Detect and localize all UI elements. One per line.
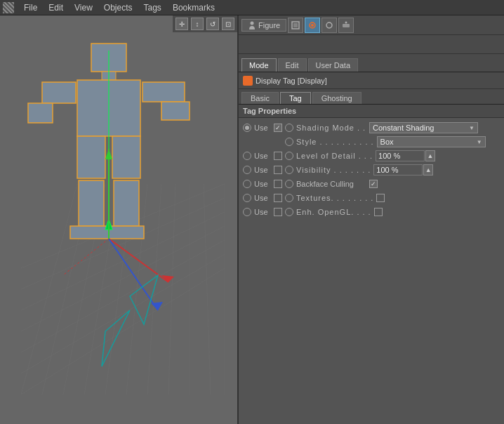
tab-edit[interactable]: Edit	[278, 58, 307, 72]
svg-rect-44	[293, 23, 298, 27]
dropdown-shading-mode[interactable]: Constant Shading ▼	[369, 122, 478, 133]
menu-edit[interactable]: Edit	[43, 1, 69, 14]
radio-backface[interactable]	[243, 180, 251, 188]
svg-point-42	[251, 21, 254, 25]
radio-textures-2[interactable]	[285, 194, 293, 202]
tab-mode[interactable]: Mode	[241, 58, 277, 72]
move-tool-btn[interactable]: ✛	[175, 18, 188, 30]
prop-row-opengl: Use Enh. OpenGL. . . .	[239, 205, 504, 219]
properties-area: Use Shading Mode . . Constant Shading ▼ …	[239, 118, 504, 424]
tag-header-label: Display Tag [Display]	[256, 77, 327, 85]
svg-rect-29	[70, 226, 109, 239]
viewport-3d: ✛ ↕ ↺ ⊡	[0, 15, 239, 424]
svg-point-50	[244, 77, 251, 84]
use-label-lod: Use	[254, 152, 271, 160]
radio-opengl-2[interactable]	[285, 208, 293, 216]
mode-tabs-area: Mode Edit User Data	[239, 54, 504, 72]
svg-marker-41	[102, 310, 130, 366]
prop-row-lod: Use Level of Detail . . . ▲	[239, 149, 504, 163]
radio-lod-2[interactable]	[285, 152, 293, 160]
panel-top-area: Figure	[239, 15, 504, 54]
stepper-visibility: ▲	[373, 164, 433, 175]
menu-file[interactable]: File	[18, 1, 43, 14]
panel-icon-1[interactable]	[288, 18, 303, 33]
checkbox-backface[interactable]	[274, 180, 282, 188]
right-panel: Figure Mode Edit User Dat	[239, 15, 504, 424]
checkbox-backface-val[interactable]	[369, 180, 378, 188]
panel-icon-4[interactable]	[338, 18, 354, 33]
svg-line-3	[21, 226, 225, 331]
stepper-lod-up[interactable]: ▲	[425, 150, 435, 161]
display-tool-btn[interactable]: ⊡	[222, 18, 234, 30]
menu-bookmarks[interactable]: Bookmarks	[167, 1, 220, 14]
use-label-textures: Use	[254, 194, 271, 202]
figure-tab[interactable]: Figure	[241, 19, 286, 32]
svg-line-0	[21, 268, 225, 395]
svg-line-1	[21, 254, 225, 373]
svg-point-49	[345, 21, 347, 23]
prop-label-opengl: Enh. OpenGL. . . .	[296, 208, 371, 216]
prop-label-shading-mode: Shading Mode . .	[296, 124, 366, 132]
radio-shading-mode[interactable]	[243, 124, 251, 132]
checkbox-opengl[interactable]	[274, 208, 282, 216]
svg-rect-26	[112, 136, 140, 178]
checkbox-textures[interactable]	[274, 194, 282, 202]
tab-user-data[interactable]: User Data	[308, 58, 359, 72]
svg-rect-28	[114, 180, 139, 226]
prop-label-backface: Backface Culling	[296, 180, 366, 188]
prop-row-textures: Use Textures. . . . . . . .	[239, 191, 504, 205]
svg-rect-48	[343, 24, 350, 27]
use-label-shading: Use	[254, 124, 271, 132]
svg-line-7	[21, 184, 77, 395]
checkbox-visibility[interactable]	[274, 166, 282, 174]
checkbox-textures-val[interactable]	[376, 194, 385, 202]
panel-icon-2[interactable]	[305, 18, 320, 33]
tag-properties-header: Tag Properties	[239, 105, 504, 118]
radio-visibility-2[interactable]	[285, 166, 293, 174]
svg-rect-24	[161, 102, 190, 120]
dropdown-style[interactable]: Box ▼	[377, 136, 486, 147]
checkbox-shading-mode[interactable]	[274, 124, 282, 132]
svg-marker-39	[151, 302, 163, 310]
prop-label-lod: Level of Detail . . .	[296, 152, 373, 160]
use-label-backface: Use	[254, 180, 271, 188]
svg-rect-22	[28, 103, 53, 123]
character-scene	[21, 29, 225, 395]
rotate-tool-btn[interactable]: ↺	[206, 18, 219, 30]
radio-lod[interactable]	[243, 152, 251, 160]
tag-header: Display Tag [Display]	[239, 72, 504, 89]
input-lod[interactable]	[376, 150, 425, 161]
radio-textures[interactable]	[243, 194, 251, 202]
dropdown-arrow-style: ▼	[477, 139, 482, 145]
prop-row-shading-mode: Use Shading Mode . . Constant Shading ▼	[239, 121, 504, 135]
checkbox-opengl-val[interactable]	[374, 208, 383, 216]
svg-line-16	[204, 184, 211, 395]
subtab-basic[interactable]: Basic	[241, 92, 279, 104]
svg-line-33	[109, 239, 168, 282]
panel-icons-row: Figure	[239, 15, 504, 35]
input-visibility[interactable]	[373, 164, 423, 175]
scale-tool-btn[interactable]: ↕	[191, 18, 204, 30]
prop-label-visibility: Visibility . . . . . . .	[296, 166, 371, 174]
prop-label-textures: Textures. . . . . . . .	[296, 194, 373, 202]
stepper-visibility-up[interactable]: ▲	[423, 164, 433, 175]
person-icon	[248, 21, 256, 29]
radio-backface-2[interactable]	[285, 180, 293, 188]
radio-style[interactable]	[285, 138, 293, 146]
panel-icon-3[interactable]	[321, 18, 337, 33]
menu-view[interactable]: View	[69, 1, 98, 14]
radio-opengl[interactable]	[243, 208, 251, 216]
subtab-tag[interactable]: Tag	[280, 92, 311, 104]
menu-tags[interactable]: Tags	[138, 1, 167, 14]
prop-row-backface: Use Backface Culling	[239, 177, 504, 191]
radio-shading-mode-2[interactable]	[285, 124, 293, 132]
prop-label-style: Style . . . . . . . . . .	[296, 138, 374, 146]
checkbox-lod[interactable]	[274, 152, 282, 160]
svg-rect-23	[142, 82, 185, 102]
svg-point-46	[311, 24, 314, 27]
menu-objects[interactable]: Objects	[98, 1, 138, 14]
svg-rect-27	[79, 180, 104, 226]
subtab-ghosting[interactable]: Ghosting	[312, 92, 362, 104]
radio-visibility[interactable]	[243, 166, 251, 174]
svg-rect-21	[42, 82, 76, 103]
